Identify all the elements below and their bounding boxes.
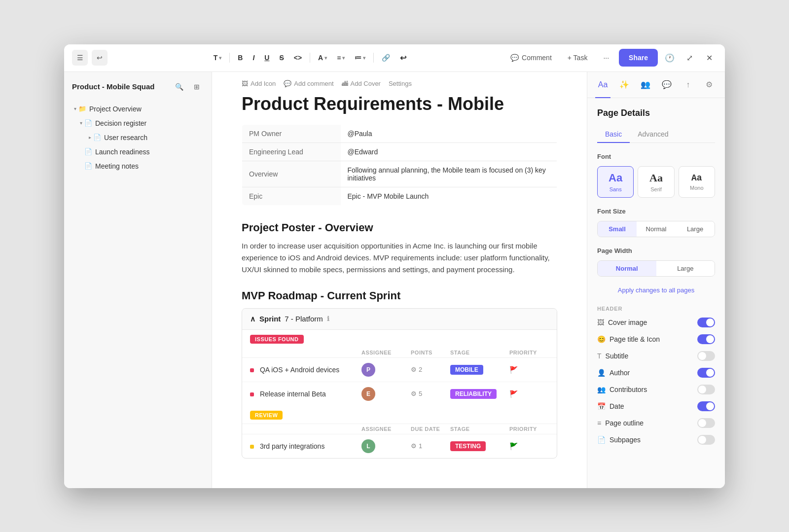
mention-button[interactable]: ↩: [396, 50, 410, 66]
sidebar-item-user-research[interactable]: ▸ 📄 User research: [68, 131, 208, 144]
add-icon-action[interactable]: 🖼 Add Icon: [242, 80, 276, 87]
comment-button[interactable]: 💬 Comment: [504, 50, 558, 66]
doc-icon: 📄: [93, 134, 101, 141]
toggle-author[interactable]: [697, 368, 715, 378]
toggle-row-author: 👤 Author: [597, 368, 715, 378]
layout-button[interactable]: ⊞: [190, 80, 204, 94]
color-button[interactable]: A ▾: [314, 50, 331, 66]
toggle-row-subpages: 📄 Subpages: [597, 435, 715, 445]
panel-tab-basic[interactable]: Basic: [597, 126, 630, 143]
toggle-row-page-outline: ≡ Page outline: [597, 418, 715, 428]
size-small[interactable]: Small: [598, 221, 637, 237]
header-section-label: HEADER: [597, 306, 715, 312]
avatar: E: [361, 387, 375, 401]
flag-icon: 🚩: [509, 442, 517, 450]
sidebar-item-project-overview[interactable]: ▾ 📁 Project Overview: [68, 102, 208, 116]
toggle-row-cover-image: 🖼 Cover image: [597, 318, 715, 327]
underline-button[interactable]: U: [260, 50, 273, 66]
font-label-mono: Mono: [690, 185, 704, 191]
tab-people[interactable]: 👥: [638, 77, 653, 93]
tab-settings[interactable]: ⚙: [702, 77, 717, 93]
stage-cell: MOBILE: [450, 365, 509, 375]
tab-chat[interactable]: 💬: [659, 77, 675, 93]
people-icon: 👥: [597, 386, 606, 393]
expand-button[interactable]: ⤢: [681, 50, 697, 66]
link-button[interactable]: 🔗: [378, 50, 394, 66]
panel-tab-advanced[interactable]: Advanced: [630, 126, 676, 143]
undo-button[interactable]: ↩: [92, 50, 108, 66]
font-preview-serif: Aa: [649, 172, 663, 184]
person-icon: 👤: [597, 369, 606, 377]
align-button[interactable]: ≡ ▾: [333, 50, 349, 66]
image-icon: 🏙: [342, 80, 348, 87]
width-large[interactable]: Large: [656, 261, 715, 276]
width-normal[interactable]: Normal: [598, 261, 656, 276]
share-button[interactable]: Share: [619, 49, 658, 67]
gear-icon: ⚙: [411, 366, 417, 373]
add-comment-action[interactable]: 💬 Add comment: [284, 80, 333, 87]
list-button[interactable]: ≔ ▾: [351, 50, 369, 66]
chevron-down-icon: ▾: [74, 106, 76, 111]
toggle-contributors[interactable]: [697, 385, 715, 394]
issues-columns-header: ASSIGNEE POINTS STAGE PRIORITY: [242, 348, 557, 358]
font-label-sans: Sans: [610, 186, 622, 192]
toggle-subpages[interactable]: [697, 435, 715, 445]
review-columns-header: ASSIGNEE DUE DATE STAGE PRIORITY: [242, 424, 557, 434]
collapse-icon[interactable]: ∧: [250, 315, 255, 323]
status-dot: [250, 392, 254, 396]
code-button[interactable]: <>: [290, 50, 306, 66]
avatar: L: [361, 439, 375, 453]
apply-link[interactable]: Apply changes to all pages: [597, 286, 715, 294]
priority-cell: 🚩: [509, 390, 549, 398]
doc-icon: 📄: [84, 162, 92, 170]
sidebar-item-decision-register[interactable]: ▾ 📄 Decision register: [68, 116, 208, 130]
status-dot: [250, 368, 254, 372]
sidebar-item-label: Meeting notes: [95, 162, 139, 170]
size-normal[interactable]: Normal: [637, 221, 676, 237]
comment-icon: 💬: [284, 80, 291, 87]
more-button[interactable]: ···: [597, 50, 615, 66]
history-button[interactable]: 🕐: [662, 50, 678, 66]
task-name: Release internal Beta: [250, 390, 361, 398]
italic-button[interactable]: I: [249, 50, 258, 66]
priority-cell: 🚩: [509, 442, 549, 450]
font-option-serif[interactable]: Aa Serif: [638, 166, 674, 198]
size-large[interactable]: Large: [676, 221, 715, 237]
sidebar: Product - Mobile Squad 🔍 ⊞ ▾ 📁 Project O…: [64, 72, 212, 488]
toggle-date[interactable]: [697, 401, 715, 411]
sidebar-item-meeting-notes[interactable]: ▸ 📄 Meeting notes: [68, 159, 208, 173]
font-option-sans[interactable]: Aa Sans: [597, 166, 634, 198]
tab-typography[interactable]: Aa: [595, 77, 610, 93]
toggle-label: Date: [610, 402, 624, 410]
sprint-number: 7 - Platform: [285, 315, 323, 323]
sidebar-item-launch-readiness[interactable]: ▸ 📄 Launch readiness: [68, 145, 208, 159]
table-row: OverviewFollowing annual planning, the M…: [242, 161, 557, 187]
bold-button[interactable]: B: [234, 50, 247, 66]
toggle-label: Cover image: [608, 319, 647, 326]
font-options: Aa Sans Aa Serif Aa Mono: [597, 166, 715, 198]
tab-export[interactable]: ↑: [681, 77, 696, 93]
sidebar-nav: ▾ 📁 Project Overview ▾ 📄 Decision regist…: [64, 98, 212, 177]
toggle-page-outline[interactable]: [697, 418, 715, 428]
font-size-label: Font Size: [597, 208, 715, 215]
menu-button[interactable]: ☰: [72, 50, 88, 66]
right-panel-content: Page Details Basic Advanced Font Aa Sans…: [587, 98, 725, 488]
add-cover-action[interactable]: 🏙 Add Cover: [342, 80, 381, 87]
toggle-page-title[interactable]: [697, 334, 715, 344]
text-format-button[interactable]: T ▾: [210, 50, 226, 66]
font-option-mono[interactable]: Aa Mono: [679, 166, 715, 198]
review-badge: REVIEW: [250, 411, 283, 420]
toggle-row-page-title: 😊 Page title & Icon: [597, 334, 715, 344]
toggle-subtitle[interactable]: [697, 351, 715, 361]
search-button[interactable]: 🔍: [172, 80, 186, 94]
tab-emoji[interactable]: ✨: [616, 77, 632, 93]
close-button[interactable]: ✕: [701, 50, 717, 66]
doc-icon: 📄: [84, 119, 92, 127]
sidebar-item-label: User research: [104, 134, 147, 142]
size-options: Small Normal Large: [597, 221, 715, 237]
strikethrough-button[interactable]: S: [275, 50, 287, 66]
settings-action[interactable]: Settings: [389, 80, 412, 87]
task-button[interactable]: + Task: [562, 50, 594, 66]
panel-tabs: Basic Advanced: [597, 126, 715, 143]
toggle-cover-image[interactable]: [697, 318, 715, 327]
